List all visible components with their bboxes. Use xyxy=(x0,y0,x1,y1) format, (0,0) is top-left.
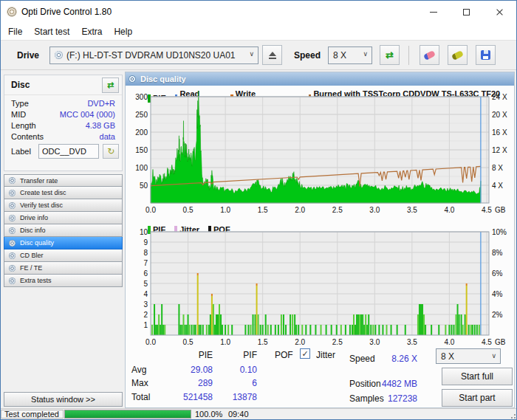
pif-jitter-chart: 1098765432110%8%6%4%2%0.00.51.01.52.02.5… xyxy=(127,223,514,350)
total-label: Total xyxy=(131,392,150,402)
menu-start-test[interactable]: Start test xyxy=(28,25,75,38)
start-part-button[interactable]: Start part xyxy=(442,389,513,407)
avg-label: Avg xyxy=(131,365,146,375)
disc-icon xyxy=(9,240,16,247)
disc-label-label: Label xyxy=(11,147,31,156)
toolbar: Drive (F:) HL-DT-ST DVDRAM UD10NS20 UA01… xyxy=(1,40,516,70)
write-label-button[interactable]: ↻ xyxy=(103,144,119,159)
nav-verify-test-disc[interactable]: Verify test disc xyxy=(4,199,123,212)
disc-icon xyxy=(9,252,16,259)
progress-fill xyxy=(65,410,191,418)
quick-eraser-icon xyxy=(451,49,464,60)
close-icon xyxy=(496,8,504,16)
app-icon xyxy=(7,7,17,17)
nav-transfer-rate[interactable]: Transfer rate xyxy=(4,174,123,187)
resize-grip[interactable] xyxy=(508,411,516,419)
refresh-icon: ⇄ xyxy=(386,50,394,60)
save-button[interactable] xyxy=(476,45,496,65)
svg-text:20 X: 20 X xyxy=(492,111,507,119)
avg-pie-value: 29.08 xyxy=(177,365,213,375)
svg-text:3: 3 xyxy=(143,300,148,309)
eject-icon xyxy=(269,52,276,56)
save-icon xyxy=(481,50,490,60)
svg-text:2.0: 2.0 xyxy=(295,206,305,214)
svg-text:0.5: 0.5 xyxy=(183,338,194,346)
quick-erase-button[interactable] xyxy=(448,45,468,65)
disc-type-value: DVD+R xyxy=(87,99,115,108)
start-full-button[interactable]: Start full xyxy=(442,368,513,385)
panel-header: Disc quality xyxy=(126,72,514,86)
nav-extra-tests[interactable]: Extra tests xyxy=(4,275,123,287)
svg-text:24 X: 24 X xyxy=(492,93,507,101)
stats-col-pif: PIF xyxy=(222,350,257,360)
svg-text:2: 2 xyxy=(143,311,148,319)
rescan-disc-button[interactable]: ⇄ xyxy=(102,78,119,93)
menu-file[interactable]: File xyxy=(2,25,28,38)
svg-text:3.0: 3.0 xyxy=(369,206,380,214)
title-bar: Opti Drive Control 1.80 xyxy=(1,1,516,23)
app-window: Opti Drive Control 1.80 File Start test … xyxy=(0,0,517,420)
svg-text:5: 5 xyxy=(143,280,148,288)
stats-col-pie: PIE xyxy=(177,350,213,360)
test-nav-list: Transfer rateCreate test discVerify test… xyxy=(4,174,123,287)
svg-text:4.5: 4.5 xyxy=(482,338,492,346)
disc-mid-label: MID xyxy=(11,110,26,119)
svg-text:1.5: 1.5 xyxy=(258,206,268,214)
maximize-button[interactable] xyxy=(450,1,483,23)
refresh-speeds-button[interactable]: ⇄ xyxy=(380,45,400,65)
svg-text:2.0: 2.0 xyxy=(295,338,305,346)
menu-help[interactable]: Help xyxy=(108,25,138,38)
drive-select[interactable]: (F:) HL-DT-ST DVDRAM UD10NS20 UA01 xyxy=(49,47,258,64)
disc-icon xyxy=(9,227,16,234)
svg-text:1.5: 1.5 xyxy=(258,338,268,346)
close-button[interactable] xyxy=(483,1,516,23)
eject-button[interactable] xyxy=(262,45,282,65)
svg-text:4: 4 xyxy=(143,290,148,298)
svg-text:8%: 8% xyxy=(492,249,503,257)
status-window-button[interactable]: Status window >> xyxy=(4,392,123,407)
checkmark-icon: ✓ xyxy=(301,349,308,359)
scan-speed-select[interactable]: 8 X xyxy=(436,348,501,364)
status-text-cell: Test completed xyxy=(1,410,64,419)
svg-text:2.5: 2.5 xyxy=(332,206,343,214)
panel-title: Disc quality xyxy=(140,75,186,83)
svg-text:4.0: 4.0 xyxy=(444,338,454,346)
disc-length-label: Length xyxy=(11,121,36,130)
nav-create-test-disc[interactable]: Create test disc xyxy=(4,187,123,199)
position-stat-value: 4482 MB xyxy=(369,379,417,389)
minimize-button[interactable] xyxy=(417,1,450,23)
max-pif-value: 6 xyxy=(222,378,257,388)
nav-disc-quality[interactable]: Disc quality xyxy=(4,237,123,249)
svg-text:6: 6 xyxy=(143,269,148,278)
avg-pif-value: 0.10 xyxy=(222,365,257,375)
svg-text:300: 300 xyxy=(135,93,148,101)
erase-disc-button[interactable] xyxy=(420,45,439,65)
status-bar: Test completed 100.0% 09:40 xyxy=(1,408,516,419)
jitter-checkbox[interactable]: ✓ xyxy=(300,348,310,359)
speed-stat-value: 8.26 X xyxy=(369,354,417,364)
disc-quality-panel: Disc quality PIERead speedWrite speedBur… xyxy=(125,72,515,408)
menu-extra[interactable]: Extra xyxy=(75,25,108,38)
disc-icon xyxy=(9,177,16,184)
speed-label: Speed xyxy=(294,50,321,61)
progress-percent-cell: 100.0% xyxy=(192,410,225,419)
svg-text:150: 150 xyxy=(135,146,148,154)
svg-text:4 X: 4 X xyxy=(492,182,503,190)
disc-icon xyxy=(9,202,16,209)
svg-text:8: 8 xyxy=(143,249,148,257)
nav-cd-bler[interactable]: CD Bler xyxy=(4,249,123,262)
svg-text:8 X: 8 X xyxy=(492,164,503,172)
disc-icon xyxy=(9,265,16,272)
disc-label-input[interactable]: ODC__DVD xyxy=(38,144,99,159)
nav-drive-info[interactable]: Drive info xyxy=(4,212,123,224)
nav-disc-info[interactable]: Disc info xyxy=(4,224,123,237)
svg-text:2.5: 2.5 xyxy=(332,338,343,346)
svg-text:4.0: 4.0 xyxy=(444,206,454,214)
elapsed-time: 09:40 xyxy=(228,410,249,419)
elapsed-time-cell: 09:40 xyxy=(225,410,258,419)
progress-percent: 100.0% xyxy=(195,410,222,419)
speed-select[interactable]: 8 X xyxy=(328,47,372,64)
nav-fe-te[interactable]: FE / TE xyxy=(4,262,123,275)
svg-text:1: 1 xyxy=(143,321,148,329)
svg-text:4.5: 4.5 xyxy=(482,206,492,214)
